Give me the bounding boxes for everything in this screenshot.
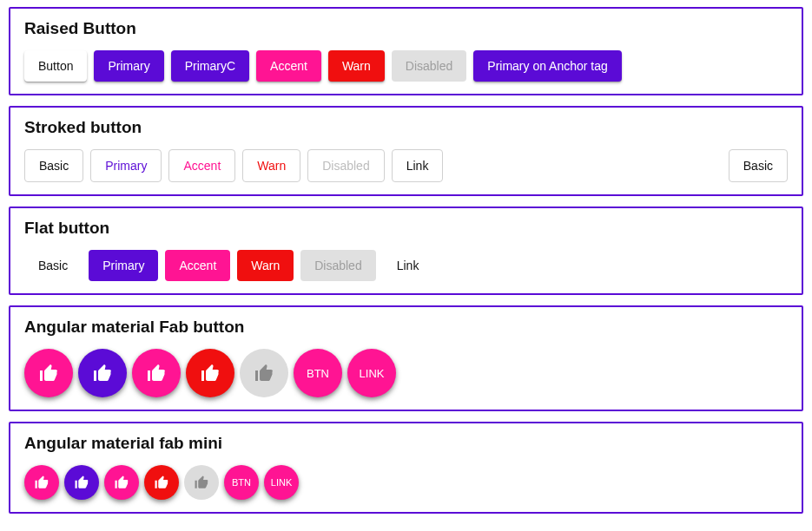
thumb-up-icon xyxy=(194,475,209,490)
stroked-disabled-button: Disabled xyxy=(307,149,384,182)
stroked-title: Stroked button xyxy=(24,118,788,137)
raised-button-card: Raised Button Button Primary PrimaryC Ac… xyxy=(9,7,803,95)
fabmini-link-button[interactable]: LINK xyxy=(264,465,299,500)
fabmini-primary-button[interactable] xyxy=(64,465,99,500)
flat-accent-button[interactable]: Accent xyxy=(165,250,230,281)
thumb-up-icon xyxy=(34,475,50,490)
thumb-up-icon xyxy=(74,475,89,490)
thumb-up-icon xyxy=(92,363,113,384)
stroked-accent-button[interactable]: Accent xyxy=(168,149,235,182)
stroked-basic-button[interactable]: Basic xyxy=(24,149,83,182)
fabmini-disabled-button xyxy=(184,465,219,500)
fab-link-label: LINK xyxy=(360,367,385,380)
fab-warn-button[interactable] xyxy=(186,349,234,397)
raised-primary-button[interactable]: Primary xyxy=(94,50,163,82)
fab-accent2-button[interactable] xyxy=(132,349,181,397)
raised-disabled-button: Disabled xyxy=(392,50,466,82)
fab-mini-row: BTN LINK xyxy=(24,465,788,500)
flat-button-card: Flat button Basic Primary Accent Warn Di… xyxy=(9,206,803,295)
stroked-link-button[interactable]: Link xyxy=(392,149,444,182)
raised-title: Raised Button xyxy=(24,19,788,38)
flat-link-button[interactable]: Link xyxy=(383,250,433,281)
fabmini-warn-button[interactable] xyxy=(144,465,179,500)
flat-title: Flat button xyxy=(24,219,788,238)
flat-row: Basic Primary Accent Warn Disabled Link xyxy=(24,250,788,281)
raised-basic-button[interactable]: Button xyxy=(24,50,87,82)
raised-row: Button Primary PrimaryC Accent Warn Disa… xyxy=(24,50,788,82)
thumb-up-icon xyxy=(38,363,59,384)
flat-disabled-button: Disabled xyxy=(300,250,375,281)
fabmini-link-label: LINK xyxy=(271,477,292,488)
fab-btn-button[interactable]: BTN xyxy=(294,349,342,397)
raised-anchor-button[interactable]: Primary on Anchor tag xyxy=(473,50,622,82)
fab-mini-card: Angular material fab mini BTN LINK xyxy=(9,422,803,514)
fab-title: Angular material Fab button xyxy=(24,318,788,337)
raised-primaryc-button[interactable]: PrimaryC xyxy=(171,50,249,82)
fabmini-accent2-button[interactable] xyxy=(104,465,139,500)
fabmini-btn-button[interactable]: BTN xyxy=(224,465,259,500)
thumb-up-icon xyxy=(154,475,169,490)
fabmini-btn-label: BTN xyxy=(232,477,251,488)
thumb-up-icon xyxy=(200,363,221,384)
stroked-button-card: Stroked button Basic Primary Accent Warn… xyxy=(9,106,803,196)
stroked-basic-right-button[interactable]: Basic xyxy=(729,149,788,182)
thumb-up-icon xyxy=(254,363,274,384)
stroked-warn-button[interactable]: Warn xyxy=(242,149,300,182)
raised-accent-button[interactable]: Accent xyxy=(256,50,321,82)
fab-link-button[interactable]: LINK xyxy=(347,349,396,397)
stroked-primary-button[interactable]: Primary xyxy=(90,149,162,182)
flat-primary-button[interactable]: Primary xyxy=(89,250,158,281)
stroked-row: Basic Primary Accent Warn Disabled Link … xyxy=(24,149,788,182)
fab-disabled-button xyxy=(240,349,288,397)
fabmini-accent-button[interactable] xyxy=(24,465,59,500)
fab-card: Angular material Fab button BTN LINK xyxy=(9,305,803,411)
flat-basic-button[interactable]: Basic xyxy=(24,250,82,281)
fab-accent-button[interactable] xyxy=(24,349,73,397)
fab-primary-button[interactable] xyxy=(78,349,127,397)
raised-warn-button[interactable]: Warn xyxy=(328,50,385,82)
thumb-up-icon xyxy=(114,475,129,490)
thumb-up-icon xyxy=(146,363,167,384)
fab-row: BTN LINK xyxy=(24,349,788,397)
flat-warn-button[interactable]: Warn xyxy=(237,250,294,281)
fab-mini-title: Angular material fab mini xyxy=(24,434,788,453)
fab-btn-label: BTN xyxy=(307,367,329,380)
